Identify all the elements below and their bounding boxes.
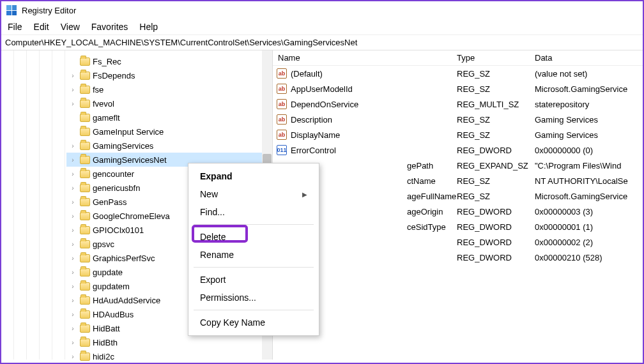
- col-header-type[interactable]: Type: [452, 50, 530, 65]
- cm-delete[interactable]: Delete: [188, 228, 319, 246]
- chevron-right-icon[interactable]: ›: [68, 99, 77, 108]
- chevron-right-icon[interactable]: ›: [68, 352, 77, 361]
- tree-item[interactable]: ›fvevol: [66, 96, 272, 110]
- tree-item[interactable]: gameflt: [66, 110, 272, 125]
- tree-item-label: GraphicsPerfSvc: [93, 254, 155, 263]
- value-type: REG_SZ: [452, 192, 530, 201]
- tree-item[interactable]: GameInput Service: [66, 125, 272, 139]
- value-data: Gaming Services: [530, 130, 643, 140]
- folder-icon: [80, 156, 90, 164]
- tree-item[interactable]: Fs_Rec: [66, 54, 272, 68]
- list-row[interactable]: ageFullNameREG_SZMicrosoft.GamingService: [273, 188, 643, 204]
- list-row[interactable]: ctNameREG_SZNT AUTHORITY\LocalSe: [273, 173, 643, 188]
- value-data: "C:\Program Files\Wind: [530, 161, 643, 171]
- menu-edit[interactable]: Edit: [34, 22, 49, 32]
- list-row[interactable]: REG_DWORD0x00000002 (2): [273, 234, 643, 250]
- list-row[interactable]: ceSidTypeREG_DWORD0x00000001 (1): [273, 219, 643, 234]
- cm-expand[interactable]: Expand: [188, 167, 319, 185]
- chevron-right-icon[interactable]: ›: [68, 71, 77, 80]
- list-row[interactable]: ageOriginREG_DWORD0x00000003 (3): [273, 204, 643, 219]
- value-name: DisplayName: [291, 130, 340, 140]
- tree-item[interactable]: ›hidi2c: [66, 349, 272, 363]
- chevron-right-icon[interactable]: ›: [68, 239, 77, 248]
- chevron-right-icon[interactable]: ›: [68, 282, 77, 291]
- cm-new[interactable]: New▶: [188, 185, 319, 203]
- chevron-right-icon[interactable]: ›: [68, 183, 77, 192]
- tree-item[interactable]: ›FsDepends: [66, 68, 272, 82]
- chevron-right-icon[interactable]: ›: [68, 225, 77, 234]
- list-row[interactable]: abDisplayNameREG_SZGaming Services: [273, 127, 643, 142]
- folder-icon: [80, 254, 90, 262]
- tree-item[interactable]: ›HidBth: [66, 335, 272, 349]
- col-header-name[interactable]: Name: [273, 50, 452, 65]
- value-name: ctName: [407, 176, 436, 186]
- chevron-right-icon[interactable]: ›: [68, 324, 77, 333]
- chevron-right-icon[interactable]: ›: [68, 211, 77, 220]
- list-row[interactable]: 011ErrorControlREG_DWORD0x00000000 (0): [273, 142, 643, 158]
- menu-file[interactable]: File: [8, 22, 22, 32]
- tree-item-label: HidBatt: [93, 324, 120, 333]
- cm-find[interactable]: Find...: [188, 203, 319, 221]
- folder-icon: [80, 86, 90, 94]
- list-row[interactable]: gePathREG_EXPAND_SZ"C:\Program Files\Win…: [273, 158, 643, 173]
- cm-export[interactable]: Export: [188, 271, 319, 289]
- folder-icon: [80, 57, 90, 66]
- tree-item-label: HDAudBus: [93, 310, 134, 319]
- binary-value-icon: 011: [277, 145, 287, 155]
- folder-icon: [80, 128, 90, 136]
- menu-favorites[interactable]: Favorites: [91, 22, 128, 32]
- folder-icon: [80, 142, 90, 150]
- chevron-right-icon[interactable]: ›: [68, 254, 77, 262]
- value-name: ageOrigin: [407, 207, 443, 216]
- list-row[interactable]: ab(Default)REG_SZ(value not set): [273, 66, 643, 81]
- tree-item-label: fvevol: [93, 99, 114, 109]
- chevron-right-icon[interactable]: ›: [68, 169, 77, 178]
- cm-separator: [194, 267, 314, 268]
- folder-icon: [80, 353, 90, 361]
- chevron-right-icon[interactable]: ›: [68, 338, 77, 347]
- col-header-data[interactable]: Data: [530, 50, 643, 65]
- chevron-right-icon[interactable]: ›: [68, 155, 77, 164]
- cm-permissions[interactable]: Permissions...: [188, 289, 319, 307]
- string-value-icon: ab: [277, 114, 287, 125]
- tree-item-label: gencounter: [93, 169, 134, 179]
- tree-item-label: Fs_Rec: [93, 57, 121, 66]
- list-pane[interactable]: Name Type Data ab(Default)REG_SZ(value n…: [273, 50, 643, 360]
- value-type: REG_EXPAND_SZ: [452, 161, 530, 171]
- list-header[interactable]: Name Type Data: [273, 50, 643, 66]
- tree-item[interactable]: ›GamingServices: [66, 139, 272, 153]
- tree-item[interactable]: ›fse: [66, 82, 272, 96]
- value-name: (Default): [291, 69, 323, 79]
- value-data: 0x00000003 (3): [530, 207, 643, 216]
- chevron-right-icon[interactable]: ›: [68, 296, 77, 305]
- list-row[interactable]: abDescriptionREG_SZGaming Services: [273, 112, 643, 127]
- tree-item-label: GoogleChromeEleva: [93, 211, 170, 221]
- app-icon: [6, 5, 17, 15]
- tree-item-label: GameInput Service: [93, 127, 164, 137]
- list-row[interactable]: abAppUserModelIdREG_SZMicrosoft.GamingSe…: [273, 81, 643, 96]
- tree-item-label: gupdatem: [93, 282, 130, 291]
- tree-item-label: HidBth: [93, 338, 118, 347]
- context-menu: Expand New▶ Find... Delete Rename Export…: [188, 163, 319, 336]
- list-row[interactable]: REG_DWORD0x00000210 (528): [273, 250, 643, 265]
- tree-item-label: fse: [93, 85, 103, 95]
- main-area: Fs_Rec›FsDepends›fse›fvevolgamefltGameIn…: [1, 50, 643, 360]
- address-bar[interactable]: Computer\HKEY_LOCAL_MACHINE\SYSTEM\Curre…: [1, 35, 643, 50]
- chevron-right-icon[interactable]: ›: [68, 141, 77, 150]
- value-name: gePath: [407, 161, 433, 171]
- value-type: REG_DWORD: [452, 207, 530, 216]
- cm-copy-key-name[interactable]: Copy Key Name: [188, 314, 319, 331]
- folder-icon: [80, 198, 90, 206]
- value-name: ceSidType: [407, 222, 446, 232]
- menu-help[interactable]: Help: [139, 22, 158, 32]
- menu-view[interactable]: View: [61, 22, 80, 32]
- value-data: 0x00000002 (2): [530, 238, 643, 247]
- cm-rename[interactable]: Rename: [188, 246, 319, 264]
- folder-icon: [80, 268, 90, 277]
- chevron-right-icon[interactable]: ›: [68, 310, 77, 319]
- list-row[interactable]: abDependOnServiceREG_MULTI_SZstatereposi…: [273, 96, 643, 112]
- chevron-right-icon[interactable]: ›: [68, 268, 77, 277]
- chevron-right-icon[interactable]: ›: [68, 85, 77, 94]
- chevron-right-icon[interactable]: ›: [68, 197, 77, 206]
- value-type: REG_SZ: [452, 130, 530, 140]
